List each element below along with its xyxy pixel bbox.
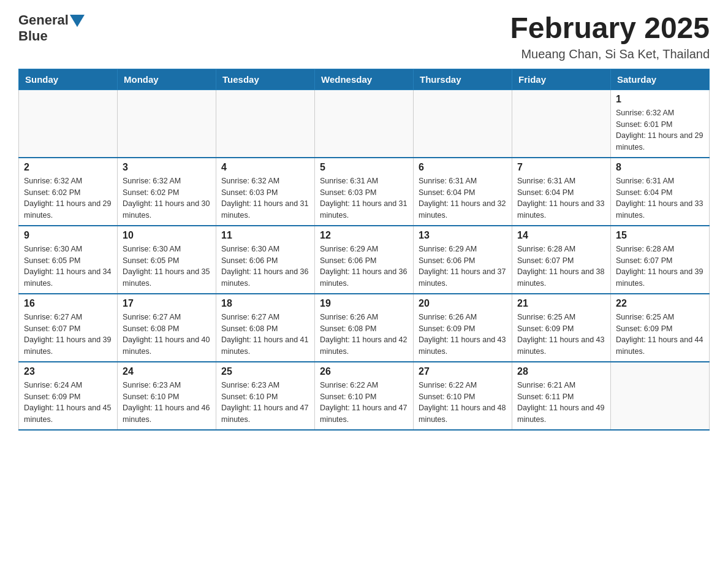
day-number: 19 [320, 298, 408, 309]
day-info: Sunrise: 6:23 AM Sunset: 6:10 PM Dayligh… [123, 380, 211, 426]
weekday-header-saturday: Saturday [611, 69, 710, 90]
page-header: General Blue February 2025 Mueang Chan, … [18, 12, 710, 61]
day-info: Sunrise: 6:30 AM Sunset: 6:06 PM Dayligh… [221, 243, 309, 289]
day-number: 9 [24, 230, 112, 241]
calendar-day-cell [414, 90, 512, 158]
day-number: 7 [517, 162, 605, 173]
day-info: Sunrise: 6:31 AM Sunset: 6:04 PM Dayligh… [517, 175, 605, 221]
calendar-week-row: 23Sunrise: 6:24 AM Sunset: 6:09 PM Dayli… [19, 362, 710, 430]
day-number: 17 [123, 298, 211, 309]
calendar-day-cell: 19Sunrise: 6:26 AM Sunset: 6:08 PM Dayli… [315, 294, 414, 362]
calendar-day-cell: 6Sunrise: 6:31 AM Sunset: 6:04 PM Daylig… [414, 158, 512, 226]
day-number: 12 [320, 230, 408, 241]
calendar-day-cell: 4Sunrise: 6:32 AM Sunset: 6:03 PM Daylig… [216, 158, 315, 226]
calendar-day-cell: 28Sunrise: 6:21 AM Sunset: 6:11 PM Dayli… [512, 362, 611, 430]
calendar-day-cell: 20Sunrise: 6:26 AM Sunset: 6:09 PM Dayli… [414, 294, 512, 362]
day-info: Sunrise: 6:22 AM Sunset: 6:10 PM Dayligh… [320, 380, 408, 426]
day-number: 6 [419, 162, 507, 173]
day-number: 3 [123, 162, 211, 173]
day-number: 23 [24, 366, 112, 377]
calendar-day-cell: 11Sunrise: 6:30 AM Sunset: 6:06 PM Dayli… [216, 226, 315, 294]
day-number: 28 [517, 366, 605, 377]
day-number: 4 [221, 162, 309, 173]
day-number: 21 [517, 298, 605, 309]
calendar-day-cell [118, 90, 216, 158]
day-number: 16 [24, 298, 112, 309]
calendar-day-cell [216, 90, 315, 158]
weekday-header-tuesday: Tuesday [216, 69, 315, 90]
day-info: Sunrise: 6:32 AM Sunset: 6:02 PM Dayligh… [24, 175, 112, 221]
svg-marker-0 [70, 15, 85, 27]
day-info: Sunrise: 6:29 AM Sunset: 6:06 PM Dayligh… [419, 243, 507, 289]
calendar-day-cell: 1Sunrise: 6:32 AM Sunset: 6:01 PM Daylig… [611, 90, 710, 158]
day-info: Sunrise: 6:32 AM Sunset: 6:02 PM Dayligh… [123, 175, 211, 221]
day-number: 22 [616, 298, 704, 309]
day-info: Sunrise: 6:25 AM Sunset: 6:09 PM Dayligh… [616, 312, 704, 358]
calendar-day-cell: 21Sunrise: 6:25 AM Sunset: 6:09 PM Dayli… [512, 294, 611, 362]
calendar-day-cell: 15Sunrise: 6:28 AM Sunset: 6:07 PM Dayli… [611, 226, 710, 294]
title-block: February 2025 Mueang Chan, Si Sa Ket, Th… [510, 12, 710, 61]
calendar-day-cell: 5Sunrise: 6:31 AM Sunset: 6:03 PM Daylig… [315, 158, 414, 226]
calendar-week-row: 2Sunrise: 6:32 AM Sunset: 6:02 PM Daylig… [19, 158, 710, 226]
day-info: Sunrise: 6:27 AM Sunset: 6:08 PM Dayligh… [221, 312, 309, 358]
page-title: February 2025 [510, 12, 710, 45]
day-number: 25 [221, 366, 309, 377]
calendar-day-cell: 27Sunrise: 6:22 AM Sunset: 6:10 PM Dayli… [414, 362, 512, 430]
calendar-day-cell: 12Sunrise: 6:29 AM Sunset: 6:06 PM Dayli… [315, 226, 414, 294]
calendar-day-cell: 18Sunrise: 6:27 AM Sunset: 6:08 PM Dayli… [216, 294, 315, 362]
calendar-table: SundayMondayTuesdayWednesdayThursdayFrid… [18, 69, 710, 431]
weekday-header-friday: Friday [512, 69, 611, 90]
calendar-day-cell: 13Sunrise: 6:29 AM Sunset: 6:06 PM Dayli… [414, 226, 512, 294]
day-number: 1 [616, 94, 704, 105]
day-info: Sunrise: 6:31 AM Sunset: 6:03 PM Dayligh… [320, 175, 408, 221]
calendar-week-row: 16Sunrise: 6:27 AM Sunset: 6:07 PM Dayli… [19, 294, 710, 362]
day-number: 8 [616, 162, 704, 173]
calendar-header-row: SundayMondayTuesdayWednesdayThursdayFrid… [19, 69, 710, 90]
day-info: Sunrise: 6:23 AM Sunset: 6:10 PM Dayligh… [221, 380, 309, 426]
calendar-day-cell: 16Sunrise: 6:27 AM Sunset: 6:07 PM Dayli… [19, 294, 118, 362]
day-info: Sunrise: 6:31 AM Sunset: 6:04 PM Dayligh… [616, 175, 704, 221]
calendar-week-row: 9Sunrise: 6:30 AM Sunset: 6:05 PM Daylig… [19, 226, 710, 294]
logo-blue-text: Blue [18, 28, 48, 44]
day-number: 27 [419, 366, 507, 377]
calendar-day-cell: 23Sunrise: 6:24 AM Sunset: 6:09 PM Dayli… [19, 362, 118, 430]
day-info: Sunrise: 6:21 AM Sunset: 6:11 PM Dayligh… [517, 380, 605, 426]
calendar-body: 1Sunrise: 6:32 AM Sunset: 6:01 PM Daylig… [19, 90, 710, 430]
calendar-week-row: 1Sunrise: 6:32 AM Sunset: 6:01 PM Daylig… [19, 90, 710, 158]
day-info: Sunrise: 6:29 AM Sunset: 6:06 PM Dayligh… [320, 243, 408, 289]
calendar-day-cell [512, 90, 611, 158]
logo: General Blue [18, 12, 85, 45]
calendar-day-cell: 25Sunrise: 6:23 AM Sunset: 6:10 PM Dayli… [216, 362, 315, 430]
day-info: Sunrise: 6:28 AM Sunset: 6:07 PM Dayligh… [517, 243, 605, 289]
calendar-day-cell: 24Sunrise: 6:23 AM Sunset: 6:10 PM Dayli… [118, 362, 216, 430]
calendar-day-cell [19, 90, 118, 158]
day-number: 2 [24, 162, 112, 173]
day-number: 26 [320, 366, 408, 377]
calendar-day-cell: 7Sunrise: 6:31 AM Sunset: 6:04 PM Daylig… [512, 158, 611, 226]
day-info: Sunrise: 6:22 AM Sunset: 6:10 PM Dayligh… [419, 380, 507, 426]
calendar-day-cell: 14Sunrise: 6:28 AM Sunset: 6:07 PM Dayli… [512, 226, 611, 294]
calendar-day-cell: 3Sunrise: 6:32 AM Sunset: 6:02 PM Daylig… [118, 158, 216, 226]
weekday-header-sunday: Sunday [19, 69, 118, 90]
day-number: 18 [221, 298, 309, 309]
weekday-header-thursday: Thursday [414, 69, 512, 90]
day-number: 14 [517, 230, 605, 241]
day-number: 13 [419, 230, 507, 241]
calendar-day-cell: 26Sunrise: 6:22 AM Sunset: 6:10 PM Dayli… [315, 362, 414, 430]
day-number: 10 [123, 230, 211, 241]
day-info: Sunrise: 6:30 AM Sunset: 6:05 PM Dayligh… [123, 243, 211, 289]
logo-arrow-icon [70, 15, 85, 27]
day-info: Sunrise: 6:24 AM Sunset: 6:09 PM Dayligh… [24, 380, 112, 426]
calendar-day-cell: 9Sunrise: 6:30 AM Sunset: 6:05 PM Daylig… [19, 226, 118, 294]
calendar-day-cell [315, 90, 414, 158]
day-info: Sunrise: 6:26 AM Sunset: 6:09 PM Dayligh… [419, 312, 507, 358]
day-info: Sunrise: 6:27 AM Sunset: 6:07 PM Dayligh… [24, 312, 112, 358]
day-info: Sunrise: 6:32 AM Sunset: 6:01 PM Dayligh… [616, 107, 704, 153]
day-number: 20 [419, 298, 507, 309]
page-subtitle: Mueang Chan, Si Sa Ket, Thailand [510, 47, 710, 61]
day-info: Sunrise: 6:31 AM Sunset: 6:04 PM Dayligh… [419, 175, 507, 221]
calendar-day-cell: 22Sunrise: 6:25 AM Sunset: 6:09 PM Dayli… [611, 294, 710, 362]
calendar-day-cell: 8Sunrise: 6:31 AM Sunset: 6:04 PM Daylig… [611, 158, 710, 226]
weekday-header-wednesday: Wednesday [315, 69, 414, 90]
day-info: Sunrise: 6:28 AM Sunset: 6:07 PM Dayligh… [616, 243, 704, 289]
